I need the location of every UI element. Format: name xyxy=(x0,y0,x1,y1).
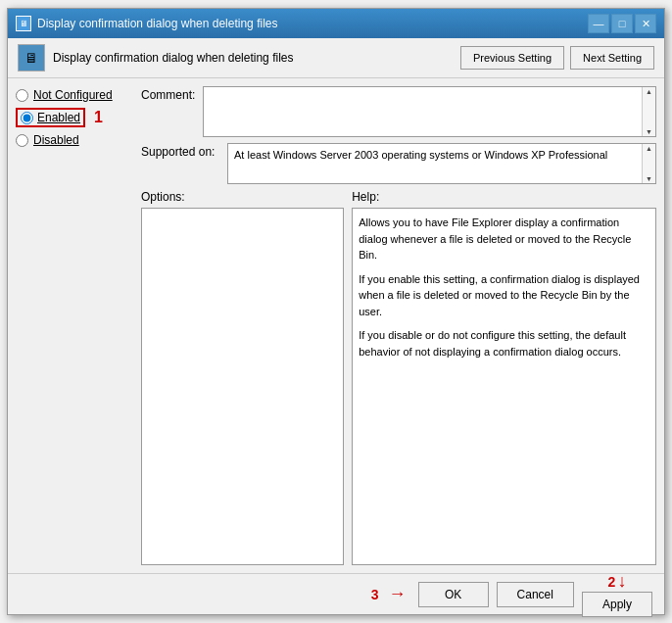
options-panel: Options: xyxy=(141,190,344,565)
comment-scrollbar: ▲ ▼ xyxy=(642,87,655,136)
header-left: 🖥 Display confirmation dialog when delet… xyxy=(18,44,293,72)
radio-enabled-input[interactable] xyxy=(21,112,33,124)
close-button[interactable]: ✕ xyxy=(635,14,656,33)
annotation-2-row: 2 ↓ xyxy=(608,571,627,592)
comment-section: Comment: ▲ ▼ xyxy=(141,86,656,137)
help-content: Allows you to have File Explorer display… xyxy=(352,208,656,565)
annotation-2-arrow: ↓ xyxy=(617,571,626,592)
supported-section: Supported on: At least Windows Server 20… xyxy=(141,143,656,184)
title-bar: 🖥 Display confirmation dialog when delet… xyxy=(8,9,664,38)
left-panel: Not Configured Enabled 1 Disabled xyxy=(16,86,133,565)
radio-disabled-input[interactable] xyxy=(16,134,28,147)
radio-disabled[interactable]: Disabled xyxy=(16,133,133,147)
help-text-3: If you disable or do not configure this … xyxy=(359,327,649,359)
radio-not-configured-input[interactable] xyxy=(16,89,28,102)
header-title: Display confirmation dialog when deletin… xyxy=(53,51,293,65)
supported-box: At least Windows Server 2003 operating s… xyxy=(227,143,656,184)
enabled-box: Enabled xyxy=(16,108,85,127)
main-window: 🖥 Display confirmation dialog when delet… xyxy=(7,8,665,615)
header-icon: 🖥 xyxy=(18,44,45,72)
comment-textarea[interactable] xyxy=(204,87,642,136)
bottom-sections: Options: Help: Allows you to have File E… xyxy=(141,190,656,565)
supported-label: Supported on: xyxy=(141,145,219,159)
annotation-2: 2 xyxy=(608,574,616,590)
radio-not-configured[interactable]: Not Configured xyxy=(16,88,133,102)
right-panel: Comment: ▲ ▼ Supported on: At least Wind… xyxy=(141,86,656,565)
options-label: Options: xyxy=(141,190,344,204)
title-bar-controls: — □ ✕ xyxy=(588,14,656,33)
supported-scrollbar: ▲ ▼ xyxy=(642,144,655,183)
annotation-3: 3 xyxy=(371,587,379,602)
supported-value: At least Windows Server 2003 operating s… xyxy=(228,144,642,183)
supported-scroll-up: ▲ xyxy=(646,145,652,152)
scroll-down-arrow: ▼ xyxy=(646,128,652,135)
apply-button[interactable]: Apply xyxy=(582,592,652,617)
radio-group: Not Configured Enabled 1 Disabled xyxy=(16,86,133,147)
supported-scroll-down: ▼ xyxy=(646,175,652,182)
comment-label: Comment: xyxy=(141,88,195,102)
radio-enabled-label: Enabled xyxy=(37,111,80,124)
annotation-1: 1 xyxy=(94,109,103,126)
title-bar-left: 🖥 Display confirmation dialog when delet… xyxy=(16,16,277,31)
window-icon: 🖥 xyxy=(16,16,31,31)
radio-enabled[interactable]: Enabled 1 xyxy=(16,108,133,127)
help-label: Help: xyxy=(352,190,656,204)
next-setting-button[interactable]: Next Setting xyxy=(570,46,654,70)
previous-setting-button[interactable]: Previous Setting xyxy=(460,46,564,70)
footer: 3 → OK Cancel 2 ↓ Apply xyxy=(8,573,664,614)
help-text-2: If you enable this setting, a confirmati… xyxy=(359,271,649,320)
radio-disabled-label: Disabled xyxy=(33,133,79,147)
maximize-button[interactable]: □ xyxy=(611,14,633,33)
header-bar: 🖥 Display confirmation dialog when delet… xyxy=(8,38,664,78)
header-buttons: Previous Setting Next Setting xyxy=(460,46,654,70)
minimize-button[interactable]: — xyxy=(588,14,609,33)
comment-box: ▲ ▼ xyxy=(203,86,656,137)
window-title: Display confirmation dialog when deletin… xyxy=(37,17,277,30)
cancel-button[interactable]: Cancel xyxy=(497,582,574,607)
scroll-up-arrow: ▲ xyxy=(646,88,652,95)
help-panel: Help: Allows you to have File Explorer d… xyxy=(352,190,656,565)
radio-not-configured-label: Not Configured xyxy=(33,88,113,102)
help-text-1: Allows you to have File Explorer display… xyxy=(359,215,649,264)
options-content[interactable] xyxy=(141,208,344,565)
annotation-3-arrow: → xyxy=(389,584,407,604)
ok-button[interactable]: OK xyxy=(418,582,489,607)
main-content: Not Configured Enabled 1 Disabled xyxy=(8,78,664,573)
apply-wrapper: 2 ↓ Apply xyxy=(582,571,652,617)
